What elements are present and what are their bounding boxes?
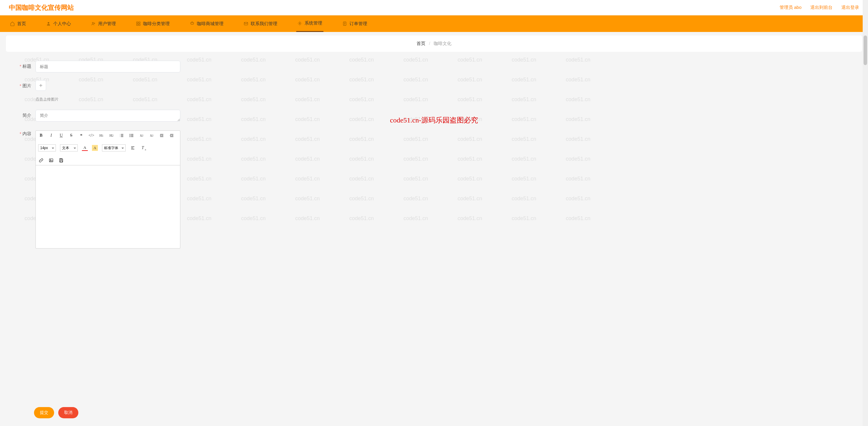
editor-content-area[interactable]	[36, 165, 180, 248]
form-container: *标题 *图片 + 点击上传图片 简介 *内容 B I U S	[0, 52, 868, 265]
save-button-editor[interactable]	[58, 158, 64, 163]
nav-label: 个人中心	[53, 21, 71, 27]
summary-label: 简介	[12, 110, 35, 118]
svg-point-1	[92, 22, 93, 23]
site-title: 中国咖啡文化宣传网站	[9, 3, 74, 12]
code-button[interactable]: </>	[88, 133, 94, 138]
content-label: *内容	[12, 131, 35, 137]
nav-label: 订单管理	[349, 21, 367, 27]
nav-label: 系统管理	[305, 21, 322, 26]
svg-rect-5	[136, 24, 138, 25]
svg-point-12	[130, 136, 130, 137]
svg-point-11	[130, 135, 130, 136]
clear-format-button[interactable]: T×	[140, 145, 146, 151]
nav-label: 用户管理	[98, 21, 116, 27]
bg-color-button[interactable]: A	[92, 145, 98, 151]
subscript-button[interactable]: X2	[138, 133, 145, 138]
superscript-button[interactable]: X2	[149, 133, 155, 138]
svg-point-10	[130, 134, 130, 134]
image-button[interactable]	[48, 158, 54, 163]
svg-rect-16	[60, 161, 62, 162]
font-size-select[interactable]: 14px	[38, 144, 56, 151]
users-icon	[91, 21, 96, 26]
settings-icon	[298, 21, 302, 26]
watermark-warning-text: code51.cn-源码乐园盗图必究	[390, 115, 478, 125]
breadcrumb-separator: /	[429, 41, 430, 46]
plus-icon: +	[39, 82, 42, 89]
nav-contact-mgmt[interactable]: 联系我们管理	[242, 16, 278, 32]
svg-rect-4	[138, 22, 140, 23]
title-input[interactable]	[35, 61, 180, 73]
form-row-image: *图片 + 点击上传图片	[12, 80, 856, 102]
ordered-list-button[interactable]	[119, 133, 124, 138]
user-icon	[46, 21, 51, 26]
rich-text-editor: B I U S ❝ </> H1 H2 X2 X2	[35, 131, 180, 249]
breadcrumb-current: 咖啡文化	[434, 41, 452, 46]
nav-home[interactable]: 首页	[9, 16, 27, 32]
nav-label: 咖啡分类管理	[143, 21, 170, 27]
unordered-list-button[interactable]	[129, 133, 134, 138]
exit-to-frontend-link[interactable]: 退出到前台	[810, 5, 833, 10]
quote-button[interactable]: ❝	[79, 133, 84, 138]
h2-button[interactable]: H2	[108, 133, 115, 138]
form-row-content: *内容 B I U S ❝ </> H1 H2 X2 X2	[12, 131, 856, 249]
nav-system-mgmt[interactable]: 系统管理	[296, 16, 323, 32]
bold-button[interactable]: B	[38, 133, 44, 138]
title-label: *标题	[12, 61, 35, 69]
strikethrough-button[interactable]: S	[68, 133, 74, 138]
image-label: *图片	[12, 80, 35, 89]
nav-profile[interactable]: 个人中心	[45, 16, 72, 32]
contact-icon	[244, 21, 248, 26]
breadcrumb: 首页 / 咖啡文化	[6, 41, 862, 47]
admin-user-link[interactable]: 管理员 abo	[780, 5, 802, 10]
header-actions: 管理员 abo 退出到前台 退出登录	[780, 5, 859, 10]
editor-toolbar: B I U S ❝ </> H1 H2 X2 X2	[36, 131, 180, 165]
nav-label: 咖啡商城管理	[197, 21, 223, 27]
summary-textarea[interactable]	[35, 110, 180, 121]
upload-hint: 点击上传图片	[35, 97, 180, 102]
nav-label: 联系我们管理	[251, 21, 277, 27]
underline-button[interactable]: U	[58, 133, 64, 138]
h1-button[interactable]: H1	[98, 133, 104, 138]
image-upload-button[interactable]: +	[35, 80, 46, 91]
main-nav: 首页 个人中心 用户管理 咖啡分类管理 咖啡商城管理 联系我们管理 系统管理 订…	[0, 16, 868, 32]
svg-point-14	[50, 160, 51, 160]
svg-rect-15	[60, 159, 62, 160]
breadcrumb-panel: 首页 / 咖啡文化	[6, 35, 862, 52]
link-button[interactable]	[38, 158, 44, 163]
svg-point-8	[299, 23, 300, 24]
form-row-title: *标题	[12, 61, 856, 73]
top-header: 中国咖啡文化宣传网站 管理员 abo 退出到前台 退出登录	[0, 0, 868, 16]
nav-user-mgmt[interactable]: 用户管理	[90, 16, 117, 32]
svg-rect-6	[138, 24, 140, 25]
nav-order-mgmt[interactable]: 订单管理	[341, 16, 368, 32]
outdent-button[interactable]	[169, 133, 175, 138]
vertical-scrollbar[interactable]	[863, 0, 868, 265]
home-icon	[10, 21, 15, 26]
svg-rect-3	[136, 22, 138, 23]
order-icon	[342, 21, 347, 26]
breadcrumb-home[interactable]: 首页	[416, 41, 426, 46]
nav-category-mgmt[interactable]: 咖啡分类管理	[135, 16, 171, 32]
text-color-button[interactable]: A	[82, 145, 88, 151]
svg-point-2	[94, 23, 95, 24]
nav-label: 首页	[17, 21, 26, 27]
indent-button[interactable]	[159, 133, 165, 138]
category-icon	[136, 21, 141, 26]
align-button[interactable]	[130, 145, 136, 151]
font-family-select[interactable]: 标准字体	[102, 144, 126, 151]
shop-icon	[190, 21, 194, 26]
italic-button[interactable]: I	[48, 133, 54, 138]
nav-shop-mgmt[interactable]: 咖啡商城管理	[189, 16, 225, 32]
text-type-select[interactable]: 文本	[60, 144, 78, 151]
logout-link[interactable]: 退出登录	[841, 5, 859, 10]
scrollbar-thumb[interactable]	[864, 35, 867, 65]
svg-point-0	[48, 22, 49, 24]
